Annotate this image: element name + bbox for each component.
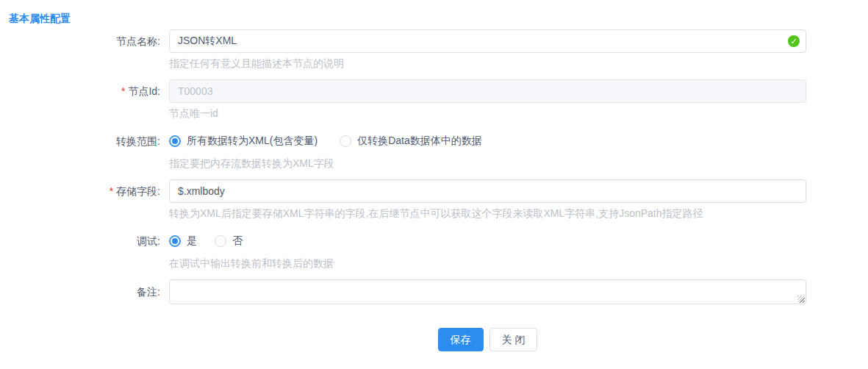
save-button[interactable]: 保存 (438, 328, 484, 351)
section-title: 基本属性配置 (0, 0, 868, 26)
form-actions: 保存 关 闭 (169, 328, 806, 351)
convert-scope-option-all[interactable]: 所有数据转为XML(包含变量) (187, 135, 318, 148)
radio-unselected-icon[interactable] (340, 135, 351, 147)
close-button[interactable]: 关 闭 (489, 328, 538, 351)
form-row-convert-scope: 转换范围: 所有数据转为XML(包含变量) 仅转换Data数据体中的数据 指定要… (0, 129, 806, 171)
debug-helper: 在调试中输出转换前和转换后的数据 (169, 256, 806, 271)
node-id-input (169, 79, 806, 103)
form-row-remark: 备注: (0, 279, 806, 307)
node-name-helper: 指定任何有意义且能描述本节点的说明 (169, 56, 806, 71)
convert-scope-helper: 指定要把内存流数据转换为XML字段 (169, 156, 806, 171)
node-config-form: 节点名称: ✓ 指定任何有意义且能描述本节点的说明 *节点Id: 节点唯一id (0, 29, 806, 307)
node-id-helper: 节点唯一id (169, 106, 806, 121)
node-name-input[interactable] (169, 29, 806, 53)
debug-label: 调试: (0, 229, 169, 271)
radio-selected-icon[interactable] (169, 235, 181, 247)
remark-textarea[interactable] (169, 279, 806, 304)
form-row-node-name: 节点名称: ✓ 指定任何有意义且能描述本节点的说明 (0, 29, 806, 71)
storage-field-input[interactable] (169, 179, 806, 203)
debug-option-no[interactable]: 否 (232, 234, 243, 248)
storage-field-helper: 转换为XML后指定要存储XML字符串的字段,在后继节点中可以获取这个字段来读取X… (169, 206, 806, 221)
required-asterisk: * (121, 85, 125, 97)
form-row-node-id: *节点Id: 节点唯一id (0, 79, 806, 121)
form-row-storage-field: *存储字段: 转换为XML后指定要存储XML字符串的字段,在后继节点中可以获取这… (0, 179, 806, 221)
debug-option-yes[interactable]: 是 (187, 234, 197, 248)
required-asterisk: * (110, 185, 113, 197)
radio-unselected-icon[interactable] (215, 235, 226, 247)
radio-selected-icon[interactable] (169, 135, 181, 147)
node-id-label: *节点Id: (0, 79, 169, 121)
form-row-debug: 调试: 是 否 在调试中输出转换前和转换后的数据 (0, 229, 806, 271)
node-name-label: 节点名称: (0, 29, 169, 71)
storage-field-label: *存储字段: (0, 179, 169, 221)
valid-check-icon: ✓ (788, 35, 800, 47)
node-properties-panel: 基本属性配置 节点名称: ✓ 指定任何有意义且能描述本节点的说明 *节点Id: (0, 0, 868, 369)
convert-scope-label: 转换范围: (0, 129, 169, 171)
remark-label: 备注: (0, 279, 169, 307)
convert-scope-option-data-only[interactable]: 仅转换Data数据体中的数据 (357, 135, 482, 148)
